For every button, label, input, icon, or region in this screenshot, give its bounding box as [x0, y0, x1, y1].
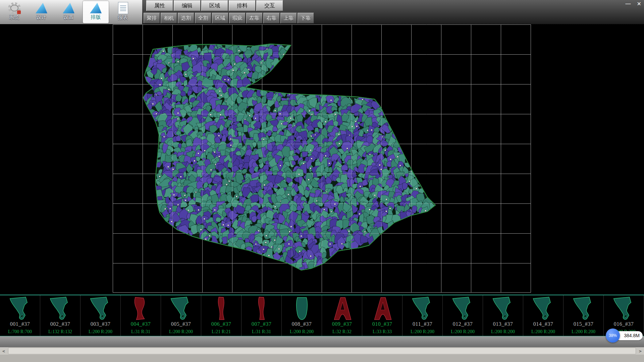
- main-button-report[interactable]: 报表: [110, 1, 136, 23]
- piece-lr-count: L:21 R:21: [201, 329, 241, 335]
- piece-shape: [409, 296, 436, 321]
- window-controls: — ✕: [626, 1, 641, 7]
- piece-lr-count: L:700 R:700: [0, 329, 40, 335]
- main-button-settings[interactable]: 设置: [56, 1, 82, 23]
- scroll-right-arrow[interactable]: >: [637, 349, 644, 354]
- piece-lr-count: L:200 R:200: [523, 329, 563, 335]
- piece-id-label: 002_#37: [40, 321, 80, 327]
- piece-shape: [610, 296, 638, 321]
- piece-shape: [449, 296, 477, 321]
- piece-thumbnail-003_#37[interactable]: 003_#37L:200 R:200: [80, 295, 121, 336]
- menu-tab-edit[interactable]: 编辑: [174, 0, 201, 11]
- piece-lr-count: L:200 R:200: [161, 329, 201, 335]
- main-button-label: 设计: [29, 14, 54, 20]
- piece-id-label: 012_#37: [443, 321, 483, 327]
- piece-lr-count: L:200 R:200: [483, 329, 523, 335]
- menu-tab-properties[interactable]: 属性: [146, 0, 173, 11]
- piece-shape: [167, 296, 195, 321]
- piece-thumbnail-010_#37[interactable]: 010_#37L:33 R:33: [362, 295, 402, 336]
- action-button-defect[interactable]: 瑕疵: [229, 13, 246, 23]
- main-button-system[interactable]: 系统: [1, 1, 27, 23]
- action-button-align-right[interactable]: 右靠: [263, 13, 280, 23]
- piece-thumbnail-005_#37[interactable]: 005_#37L:200 R:200: [161, 295, 201, 336]
- piece-id-label: 008_#37: [282, 321, 322, 327]
- action-button-select-cut[interactable]: 选割: [178, 13, 194, 23]
- gear-icon: [8, 2, 21, 14]
- piece-shape: [288, 296, 316, 321]
- piece-lr-count: L:200 R:200: [443, 329, 483, 335]
- bottom-band: [0, 336, 644, 347]
- piece-thumbnail-013_#37[interactable]: 013_#37L:200 R:200: [483, 295, 523, 336]
- piece-lr-count: L:200 R:200: [282, 329, 322, 335]
- horizontal-scrollbar[interactable]: < >: [0, 347, 644, 355]
- action-button-align-top[interactable]: 上靠: [280, 13, 297, 23]
- menu-tab-region[interactable]: 区域: [201, 0, 228, 11]
- main-button-layout[interactable]: 排版: [83, 1, 109, 23]
- piece-thumbnail-006_#37[interactable]: 006_#37L:21 R:21: [201, 295, 241, 336]
- design-icon: [35, 2, 48, 14]
- main-button-label: 设置: [56, 14, 82, 20]
- action-button-align-left[interactable]: 左靠: [246, 13, 263, 23]
- piece-shape: [530, 296, 557, 321]
- piece-id-label: 009_#37: [322, 321, 362, 327]
- piece-id-label: 001_#37: [0, 321, 40, 327]
- toolbar: 系统设计设置排版报表 属性编辑区域排料交互 聚排相机选割全割区域瑕疵左靠右靠上靠…: [0, 0, 644, 24]
- piece-thumbnail-015_#37[interactable]: 015_#37L:200 R:200: [564, 295, 604, 336]
- piece-thumbnail-009_#37[interactable]: 009_#37L:32 R:32: [322, 295, 362, 336]
- main-button-design[interactable]: 设计: [29, 1, 54, 23]
- piece-thumbnail-001_#37[interactable]: 001_#37L:700 R:700: [0, 295, 40, 336]
- piece-lr-count: L:200 R:200: [80, 329, 120, 335]
- piece-thumbnail-014_#37[interactable]: 014_#37L:200 R:200: [523, 295, 564, 336]
- piece-shape: [127, 296, 155, 321]
- nesting-canvas[interactable]: [113, 24, 531, 293]
- scrollbar-thumb[interactable]: [8, 348, 636, 354]
- piece-lr-count: L:31 R:31: [121, 329, 161, 335]
- piece-id-label: 004_#37: [121, 321, 161, 327]
- workspace: [0, 24, 644, 295]
- piece-shape: [489, 296, 517, 321]
- piece-lr-count: L:132 R:132: [40, 329, 80, 335]
- minimize-button[interactable]: —: [626, 1, 631, 7]
- piece-id-label: 003_#37: [80, 321, 120, 327]
- piece-shape: [6, 296, 34, 321]
- piece-lr-count: L:32 R:32: [322, 329, 362, 335]
- piece-shape: [369, 296, 396, 321]
- piece-lr-count: L:31 R:31: [241, 329, 281, 335]
- piece-thumbnail-008_#37[interactable]: 008_#37L:200 R:200: [282, 295, 322, 336]
- action-button-camera[interactable]: 相机: [161, 13, 177, 23]
- piece-shape: [248, 296, 275, 321]
- bottom-filler: [0, 355, 644, 362]
- main-button-label: 系统: [1, 14, 27, 20]
- action-button-align-bottom[interactable]: 下靠: [298, 13, 314, 23]
- scroll-left-arrow[interactable]: <: [0, 349, 7, 354]
- piece-shape: [47, 296, 74, 321]
- action-button-cut-all[interactable]: 全割: [195, 13, 211, 23]
- piece-thumbnail-004_#37[interactable]: 004_#37L:31 R:31: [121, 295, 161, 336]
- piece-id-label: 010_#37: [362, 321, 402, 327]
- close-button[interactable]: ✕: [637, 1, 641, 7]
- piece-thumbnail-012_#37[interactable]: 012_#37L:200 R:200: [443, 295, 483, 336]
- menu-tabs: 属性编辑区域排料交互: [146, 0, 283, 11]
- action-toolbar: 聚排相机选割全割区域瑕疵左靠右靠上靠下靠: [144, 13, 314, 23]
- piece-lr-count: L:33 R:33: [362, 329, 402, 335]
- piece-id-label: 005_#37: [161, 321, 201, 327]
- menu-tab-nest[interactable]: 排料: [229, 0, 256, 11]
- action-button-cluster[interactable]: 聚排: [144, 13, 160, 23]
- main-button-label: 排版: [83, 14, 109, 20]
- piece-thumbnail-011_#37[interactable]: 011_#37L:200 R:200: [402, 295, 443, 336]
- piece-shape: [208, 296, 235, 321]
- main-button-label: 报表: [110, 14, 136, 21]
- piece-thumbnail-002_#37[interactable]: 002_#37L:132 R:132: [40, 295, 80, 336]
- settings-icon: [62, 2, 75, 14]
- menu-tab-interact[interactable]: 交互: [256, 0, 283, 11]
- piece-shape: [87, 296, 114, 321]
- piece-id-label: 007_#37: [241, 321, 281, 327]
- action-button-region[interactable]: 区域: [212, 13, 228, 23]
- piece-thumbnail-007_#37[interactable]: 007_#37L:31 R:31: [241, 295, 282, 336]
- progress-badge: 38%: [606, 328, 620, 343]
- piece-shape: [570, 296, 597, 321]
- piece-lr-count: L:200 R:200: [564, 329, 603, 335]
- piece-id-label: 011_#37: [402, 321, 442, 327]
- piece-id-label: 014_#37: [523, 321, 563, 327]
- piece-id-label: 015_#37: [564, 321, 603, 327]
